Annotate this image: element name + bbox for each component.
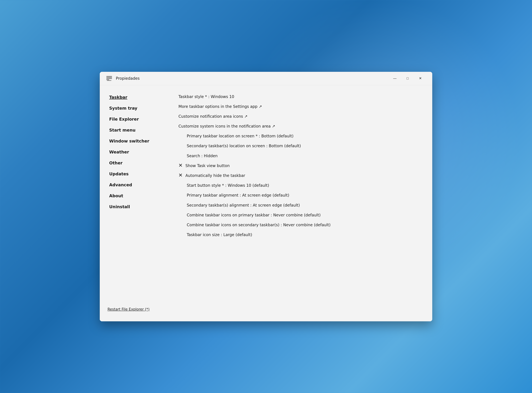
app-icon <box>105 74 113 82</box>
search-item: Search : Hidden <box>179 151 421 161</box>
secondary-alignment-text: Secondary taskbar(s) alignment : At scre… <box>187 202 300 208</box>
customize-system-icons-link[interactable]: Customize system icons in the notificati… <box>179 123 275 129</box>
combine-primary-item: Combine taskbar icons on primary taskbar… <box>179 210 421 220</box>
svg-rect-1 <box>106 77 112 78</box>
sidebar-item-advanced[interactable]: Advanced <box>102 180 170 190</box>
sidebar-item-start-menu[interactable]: Start menu <box>102 125 170 135</box>
taskbar-icon-size-item: Taskbar icon size : Large (default) <box>179 230 421 240</box>
titlebar: Propiedades — □ ✕ <box>100 72 432 85</box>
close-button[interactable]: ✕ <box>414 74 427 83</box>
sidebar-item-weather[interactable]: Weather <box>102 147 170 157</box>
search-text: Search : Hidden <box>187 153 218 159</box>
x-icon-auto-hide: ✕ <box>179 172 183 178</box>
minimize-button[interactable]: — <box>388 74 401 83</box>
taskbar-style-item: Taskbar style * : Windows 10 <box>179 92 421 102</box>
more-taskbar-options-link[interactable]: More taskbar options in the Settings app… <box>179 104 262 109</box>
restart-file-explorer-link[interactable]: Restart File Explorer (*) <box>107 307 150 311</box>
sidebar-item-uninstall[interactable]: Uninstall <box>102 201 170 212</box>
primary-alignment-text: Primary taskbar alignment : At screen ed… <box>187 192 289 198</box>
main-content: Taskbar System tray File Explorer Start … <box>100 85 432 321</box>
customize-system-icons-item[interactable]: Customize system icons in the notificati… <box>179 121 421 131</box>
x-icon-task-view: ✕ <box>179 162 183 168</box>
combine-secondary-text: Combine taskbar icons on secondary taskb… <box>187 222 331 228</box>
primary-taskbar-location-item: Primary taskbar location on screen * : B… <box>179 131 421 141</box>
content-area: Taskbar style * : Windows 10 More taskba… <box>172 85 432 321</box>
start-button-style-item: Start button style * : Windows 10 (defau… <box>179 181 421 190</box>
svg-rect-3 <box>106 79 109 80</box>
combine-primary-text: Combine taskbar icons on primary taskbar… <box>187 212 321 218</box>
sidebar-item-window-switcher[interactable]: Window switcher <box>102 136 170 146</box>
sidebar-item-updates[interactable]: Updates <box>102 169 170 179</box>
window-title: Propiedades <box>116 76 140 81</box>
more-taskbar-options-item[interactable]: More taskbar options in the Settings app… <box>179 102 421 112</box>
sidebar-footer: Restart File Explorer (*) <box>100 304 172 315</box>
secondary-taskbar-location-text: Secondary taskbar(s) location on screen … <box>187 143 301 149</box>
sidebar-item-file-explorer[interactable]: File Explorer <box>102 114 170 124</box>
taskbar-style-text: Taskbar style * : Windows 10 <box>179 94 234 99</box>
svg-rect-4 <box>107 80 111 81</box>
sidebar-item-taskbar[interactable]: Taskbar <box>102 92 170 103</box>
show-task-view-item[interactable]: ✕ Show Task view button <box>179 161 421 171</box>
auto-hide-taskbar-item[interactable]: ✕ Automatically hide the taskbar <box>179 171 421 181</box>
sidebar: Taskbar System tray File Explorer Start … <box>100 85 172 321</box>
svg-rect-2 <box>106 78 112 79</box>
maximize-button[interactable]: □ <box>401 74 414 83</box>
sidebar-item-other[interactable]: Other <box>102 158 170 168</box>
show-task-view-text: Show Task view button <box>185 163 230 168</box>
secondary-taskbar-location-item: Secondary taskbar(s) location on screen … <box>179 141 421 151</box>
primary-alignment-item: Primary taskbar alignment : At screen ed… <box>179 190 421 200</box>
auto-hide-taskbar-text: Automatically hide the taskbar <box>185 173 245 178</box>
primary-taskbar-location-text: Primary taskbar location on screen * : B… <box>187 133 293 139</box>
customize-notification-item[interactable]: Customize notification area icons ↗ <box>179 112 421 121</box>
combine-secondary-item: Combine taskbar icons on secondary taskb… <box>179 220 421 230</box>
main-window: Propiedades — □ ✕ Taskbar System tray Fi… <box>100 72 432 321</box>
secondary-alignment-item: Secondary taskbar(s) alignment : At scre… <box>179 200 421 210</box>
sidebar-item-about[interactable]: About <box>102 191 170 201</box>
window-controls: — □ ✕ <box>388 74 427 83</box>
sidebar-item-system-tray[interactable]: System tray <box>102 103 170 113</box>
svg-rect-0 <box>106 76 112 77</box>
taskbar-icon-size-text: Taskbar icon size : Large (default) <box>187 232 252 237</box>
customize-notification-link[interactable]: Customize notification area icons ↗ <box>179 114 247 119</box>
start-button-style-text: Start button style * : Windows 10 (defau… <box>187 183 269 188</box>
